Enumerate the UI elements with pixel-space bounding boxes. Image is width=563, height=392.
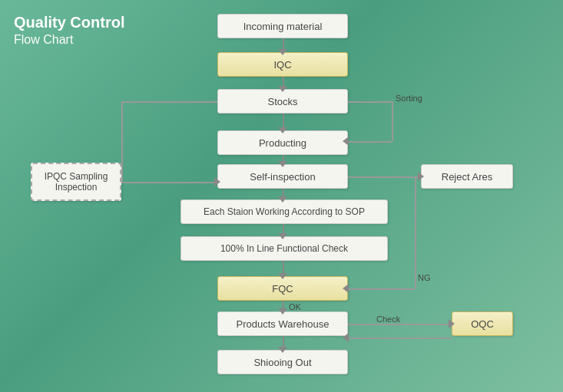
- box-oqc: OQC: [452, 311, 513, 336]
- arrowhead-9: [278, 347, 287, 353]
- arrowhead-4: [278, 161, 287, 167]
- arrowhead-3: [278, 127, 287, 133]
- arrowhead-oqc-left: [343, 333, 349, 342]
- arrowhead-ipqc: [214, 177, 220, 186]
- chart-title: Quality Control Flow Chart: [14, 12, 124, 48]
- reject-line: [348, 176, 421, 178]
- ok-label: OK: [289, 302, 301, 311]
- ng-to-fqc-line: [348, 288, 415, 290]
- check-label: Check: [376, 315, 400, 324]
- arrowhead-ng-fqc: [343, 284, 349, 293]
- box-self-inspection: Self-inspection: [217, 164, 348, 189]
- oqc-line-left: [348, 338, 452, 339]
- box-each-station: Each Staion Working According to SOP: [180, 199, 388, 224]
- box-producting: Producting: [217, 130, 348, 155]
- arrowhead-reject: [418, 172, 424, 181]
- box-shipping-out: Shiooing Out: [217, 350, 348, 374]
- flowchart-container: Quality Control Flow Chart Incoming mate…: [0, 0, 563, 392]
- arrowhead-sorting: [343, 137, 349, 146]
- box-reject-ares: Reject Ares: [421, 164, 513, 189]
- sorting-top-line: [348, 101, 392, 103]
- box-ipqc: IPQC Sampling Inspection: [31, 163, 121, 201]
- arrowhead-7: [278, 273, 287, 279]
- arrowhead-6: [278, 233, 287, 239]
- arrowhead-8: [278, 308, 287, 315]
- arrowhead-5: [278, 196, 287, 203]
- arrowhead-2: [278, 86, 287, 92]
- ipqc-left-line: [121, 101, 123, 182]
- box-stocks: Stocks: [217, 89, 348, 114]
- sorting-right-line: [392, 101, 393, 141]
- box-incoming-material: Incoming material: [217, 14, 348, 38]
- arrowhead-1: [278, 49, 287, 55]
- arrowhead-oqc-right: [449, 319, 455, 328]
- box-fqc: FQC: [217, 276, 348, 301]
- ipqc-line: [121, 182, 217, 183]
- reject-down-line: [415, 176, 416, 288]
- sorting-bottom-line: [348, 141, 392, 143]
- box-iqc: IQC: [217, 52, 348, 77]
- ipqc-top-h-line: [121, 101, 217, 103]
- box-products-warehouse: Products Warehouse: [217, 311, 348, 336]
- oqc-line-right: [348, 324, 452, 325]
- sorting-label: Sorting: [396, 94, 422, 103]
- box-inline-check: 100% In Line Functional Check: [180, 236, 388, 261]
- ng-label: NG: [418, 273, 431, 282]
